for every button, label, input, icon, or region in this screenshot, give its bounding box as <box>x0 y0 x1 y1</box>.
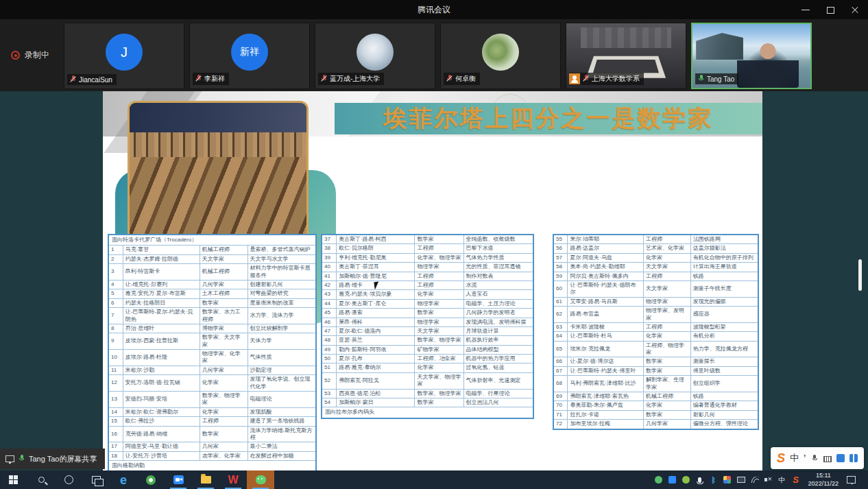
row-number: 17 <box>108 442 123 451</box>
occupation-cell: 数学家 <box>644 410 691 419</box>
graphics-tray-icon[interactable] <box>723 475 732 485</box>
achievement-cell: 晶体结构模型 <box>463 345 533 354</box>
browser-360-icon[interactable] <box>137 470 165 489</box>
achievement-cell: 热力学、克拉佩龙方程 <box>690 341 758 357</box>
ime-toolbox-icon[interactable] <box>836 454 845 462</box>
app-box-tray-icon[interactable] <box>737 475 745 485</box>
table-footer-cell: 面向拉布尔多内码头 <box>322 407 533 418</box>
occupation-cell: 化学家、物理学家 <box>415 253 463 262</box>
occupation-cell: 数学家、物理学家 <box>200 392 248 408</box>
wechat-tray-icon[interactable] <box>655 475 663 485</box>
taskbar: eW ᛒ中S 15:11 2022/11/22 <box>0 470 868 489</box>
achievement-cell: 水力学、流体力学 <box>248 308 316 324</box>
maximize-icon[interactable] <box>825 5 835 14</box>
mic-live-icon <box>698 75 704 83</box>
start-button[interactable] <box>0 470 27 489</box>
edge-icon[interactable]: e <box>110 470 137 489</box>
achievement-cell: 悬索桥、多管式蒸汽锅炉 <box>248 246 316 254</box>
file-explorer-icon[interactable] <box>192 470 219 489</box>
participant-name: 上海大学数学系 <box>592 74 640 84</box>
sogou-tray-icon[interactable]: S <box>792 475 800 485</box>
scrollbar-thumb[interactable] <box>858 259 862 291</box>
row-number: 37 <box>322 235 337 244</box>
table-row: 58奥本·尚·约瑟夫·勒维耶天文学家计算出海王星轨道 <box>553 263 758 272</box>
app-title: 腾讯会议 <box>0 4 868 16</box>
table-row: 47夏尔-欧仁·德洛内天文学家月球轨道计算 <box>322 326 533 335</box>
table-row: 17阿德里安-马里·勒让德几何家最小二乘法 <box>108 442 316 451</box>
occupation-cell: 工程师 <box>415 272 463 281</box>
table-footer-cell: 面向格勒讷勒 <box>108 461 316 470</box>
table-row: 64让-巴蒂斯特·杜马化学家有机分析 <box>553 332 758 341</box>
meeting-tray-icon[interactable] <box>668 475 677 485</box>
achievement-cell: 气体性质 <box>248 350 316 366</box>
achievement-cell: 几何静力学的发明者 <box>463 309 533 318</box>
occupation-cell: 天文学家、物理学家 <box>415 372 463 389</box>
table-row: 4让-维克托·彭赛列几何学家创建射影几何 <box>108 280 316 289</box>
achievement-cell: 气体热力学性质 <box>463 253 533 262</box>
cortana-button[interactable] <box>55 470 82 489</box>
table-row: 3昂利·特雷斯卡机械工程师材料力学中的特雷斯卡屈服条件 <box>108 264 316 281</box>
taskbar-clock[interactable]: 15:11 2022/11/22 <box>806 472 841 488</box>
occupation-cell: 几何学家 <box>200 280 248 289</box>
row-number: 71 <box>553 410 568 419</box>
row-number: 59 <box>553 272 568 281</box>
name-cell: 阿德里安-马里·勒让德 <box>123 442 200 451</box>
occupation-cell: 博物学家 <box>200 324 248 333</box>
table-row: 55朱尔·珀蒂耶工程师法国铁路网 <box>553 235 758 244</box>
volume-muted-icon[interactable] <box>764 475 773 485</box>
ime-voice-icon[interactable] <box>810 454 819 462</box>
participant-tile-tangtao[interactable]: Tang Tao <box>691 23 812 89</box>
ime-punctuation-icon[interactable]: ’ <box>804 453 806 463</box>
achievement-cell: 天体力学 <box>248 333 316 350</box>
table-row: 39亨利·维克托·勒尼奥化学家、物理学家气体热力学性质 <box>322 253 533 262</box>
row-number: 40 <box>322 263 337 272</box>
occupation-cell: 数学家 <box>200 426 248 442</box>
ime-lang-indicator[interactable]: 中 <box>778 475 786 485</box>
participant-avatar <box>482 34 519 71</box>
name-cell: 让-夏尔·德·博尔达 <box>568 357 644 366</box>
occupation-cell: 物理学家、化学家 <box>200 350 248 366</box>
participant-name-badge: 蓝万成-上海大学 <box>318 73 384 85</box>
search-button[interactable] <box>27 470 55 489</box>
participant-tile-lixinxiang[interactable]: 新祥李新祥 <box>189 23 310 89</box>
recording-label: 录制中 <box>25 49 49 61</box>
name-cell: 夏尔·孔布 <box>337 355 415 363</box>
ime-layout-icon[interactable] <box>849 454 858 462</box>
participant-tile-shu-math-dept[interactable]: 上海大学数学系 <box>566 23 686 89</box>
close-icon[interactable] <box>850 5 860 14</box>
recording-indicator[interactable]: 录制中 <box>11 49 49 61</box>
minimize-icon[interactable] <box>801 5 810 14</box>
row-number: 50 <box>322 355 337 363</box>
name-cell: 让-维克托·彭赛列 <box>123 280 200 289</box>
achievement-cell: 流体力学纳维-斯托克斯方程 <box>248 426 316 442</box>
mic-tray-icon[interactable] <box>696 475 704 485</box>
name-cell: 马克·塞甘 <box>123 246 200 254</box>
achievement-cell: 偏微分方程、弹性理论 <box>690 420 758 429</box>
ime-keyboard-icon[interactable] <box>823 456 832 462</box>
security-tray-icon[interactable] <box>682 475 690 485</box>
task-view-button[interactable] <box>82 470 110 489</box>
achievement-cell: 月球轨道计算 <box>463 326 533 335</box>
row-number: 11 <box>108 366 123 374</box>
table-row: 46莱昂·傅科物理学家发现涡电流、发明傅科摆 <box>322 318 533 326</box>
wps-icon[interactable]: W <box>219 470 247 489</box>
name-cell: 莱昂·傅科 <box>337 318 415 326</box>
achievement-cell: 气体折射率、光速测定 <box>463 372 533 389</box>
achievement-cell: 在发酵过程中加糖 <box>248 451 316 460</box>
participant-tile-hezhuoheng[interactable]: 何卓衡 <box>440 23 561 89</box>
screen-share-banner[interactable]: Tang Tao的屏幕共享 <box>0 449 105 469</box>
participant-tile-jiancaisun[interactable]: JJiancaiSun <box>64 23 184 89</box>
sogou-logo-icon[interactable]: S <box>777 451 785 466</box>
wechat-icon[interactable] <box>247 470 274 489</box>
ime-mode-toggle[interactable]: 中 <box>790 452 799 464</box>
action-center-icon[interactable] <box>847 476 856 484</box>
achievement-cell: 过氧化氢、钴蓝 <box>463 363 533 372</box>
row-number: 66 <box>553 357 568 366</box>
row-number: 45 <box>322 309 337 318</box>
occupation-cell: 数学家、物理学家 <box>415 389 463 398</box>
bluetooth-tray-icon[interactable]: ᛒ <box>710 475 718 485</box>
table-row: 10皮埃尔·路易·杜隆物理学家、化学家气体性质 <box>108 350 316 366</box>
tencent-meeting-icon[interactable] <box>165 470 192 489</box>
network-tray-icon[interactable] <box>751 475 759 485</box>
participant-tile-lanwancheng[interactable]: 蓝万成-上海大学 <box>315 23 435 89</box>
